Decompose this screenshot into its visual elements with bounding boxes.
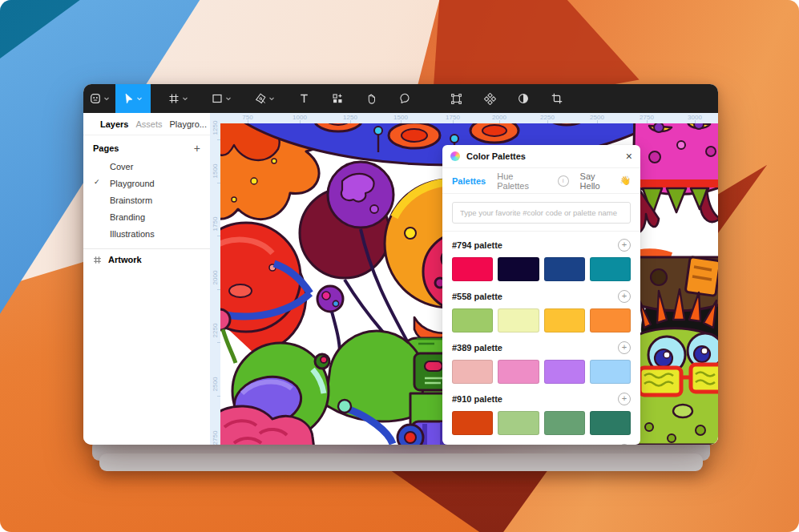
chevron-down-icon — [103, 95, 110, 102]
pages-header: Pages — [93, 143, 119, 153]
add-palette-button[interactable]: + — [618, 290, 631, 303]
ruler-tick — [300, 120, 301, 123]
crop-button[interactable] — [543, 84, 571, 113]
ruler-tick — [547, 120, 548, 123]
palette-list: #794 palette+#558 palette+#389 palette+#… — [442, 232, 640, 445]
color-swatch[interactable] — [590, 411, 631, 435]
color-swatch[interactable] — [590, 360, 631, 384]
page-label: Playground — [110, 179, 155, 188]
boolean-operations-button[interactable] — [476, 84, 503, 113]
hand-icon — [365, 93, 377, 104]
background-window-3[interactable] — [99, 453, 703, 471]
edit-object-icon — [450, 93, 462, 105]
swatch-row — [452, 411, 631, 435]
add-palette-button[interactable]: + — [618, 444, 631, 445]
page-item-branding[interactable]: Branding — [83, 208, 210, 225]
color-swatch[interactable] — [452, 308, 493, 332]
page-item-playground[interactable]: ✓Playground — [83, 175, 210, 191]
tab-say-hello[interactable]: Say Hello 👋 — [580, 171, 631, 191]
info-icon[interactable]: i — [558, 175, 569, 187]
layer-item-artwork[interactable]: Artwork — [83, 249, 210, 270]
plugin-title: Color Palettes — [466, 151, 526, 161]
ruler-tick — [401, 120, 402, 123]
screenshot-stage: Layers Assets Playgro... Pages + Cover✓P… — [0, 0, 799, 532]
ruler-number: 1750 — [212, 214, 219, 235]
vertical-ruler[interactable]: 1250150017502000225025002750 — [210, 113, 220, 445]
color-swatch[interactable] — [498, 257, 539, 281]
color-swatch[interactable] — [544, 308, 585, 332]
chevron-down-icon — [136, 95, 143, 102]
move-tool-button[interactable] — [115, 84, 151, 113]
horizontal-ruler[interactable]: 750100012501500175020002250250027503000 — [210, 113, 718, 123]
color-swatch[interactable] — [590, 257, 631, 281]
tab-hue-palettes[interactable]: Hue Palettes — [497, 171, 547, 191]
color-swatch[interactable] — [544, 411, 585, 435]
ruler-tick — [350, 120, 351, 123]
ruler-number: 2000 — [212, 268, 219, 288]
pages-scroll-fade — [83, 237, 210, 245]
page-label: Cover — [110, 162, 133, 171]
close-icon[interactable]: × — [626, 152, 632, 160]
figma-window: Layers Assets Playgro... Pages + Cover✓P… — [83, 84, 718, 445]
ruler-tick — [217, 289, 220, 290]
tab-palettes[interactable]: Palettes — [452, 176, 486, 186]
palette-name: #794 palette — [452, 240, 502, 250]
ruler-tick — [217, 183, 220, 183]
mask-button[interactable] — [510, 84, 537, 113]
plugin-icon — [450, 151, 460, 161]
tab-layers[interactable]: Layers — [100, 119, 128, 129]
rectangle-icon — [212, 93, 223, 104]
color-swatch[interactable] — [452, 360, 493, 384]
swatch-row — [452, 257, 631, 281]
color-swatch[interactable] — [452, 257, 493, 281]
chevron-down-icon — [225, 95, 232, 102]
color-swatch[interactable] — [498, 308, 539, 332]
check-icon: ✓ — [94, 178, 100, 186]
layer-label: Artwork — [108, 255, 142, 264]
color-swatch[interactable] — [498, 411, 539, 435]
ruler-number: 2750 — [212, 428, 219, 445]
palette-item-header: #558 palette+ — [452, 290, 631, 303]
tab-assets[interactable]: Assets — [135, 119, 162, 129]
pen-tool-button[interactable] — [245, 84, 284, 113]
palette-item: #558 palette+ — [442, 283, 640, 334]
palette-item: #794 palette+ — [442, 232, 640, 283]
palette-search-input[interactable] — [452, 202, 631, 224]
text-tool-button[interactable] — [290, 84, 317, 113]
palette-item-header: #389 palette+ — [452, 341, 631, 354]
ruler-tick — [499, 120, 500, 123]
main-menu-button[interactable] — [83, 84, 115, 113]
color-swatch[interactable] — [544, 360, 585, 384]
hand-tool-button[interactable] — [357, 84, 385, 113]
chevron-down-icon — [182, 95, 188, 102]
main-menu-icon — [90, 93, 101, 104]
add-page-button[interactable]: + — [194, 144, 200, 152]
add-palette-button[interactable]: + — [618, 341, 631, 354]
color-swatch[interactable] — [452, 411, 493, 435]
palette-item-header: #910 palette+ — [452, 393, 631, 405]
color-swatch[interactable] — [498, 360, 539, 384]
boolean-icon — [484, 93, 496, 105]
components-icon — [332, 93, 343, 104]
comment-tool-button[interactable] — [391, 84, 418, 113]
pages-list: Cover✓PlaygroundBrainstormBrandingIllust… — [83, 158, 210, 242]
canvas[interactable]: 750100012501500175020002250250027503000 … — [210, 113, 718, 445]
shape-tool-button[interactable] — [202, 84, 240, 113]
ruler-tick — [217, 396, 220, 397]
page-item-cover[interactable]: Cover — [83, 158, 210, 175]
color-swatch[interactable] — [544, 257, 585, 281]
crop-icon — [551, 93, 563, 104]
add-palette-button[interactable]: + — [618, 239, 631, 252]
wave-emoji: 👋 — [619, 175, 631, 186]
add-palette-button[interactable]: + — [618, 393, 631, 405]
resources-tool-button[interactable] — [324, 84, 351, 113]
page-item-brainstorm[interactable]: Brainstorm — [83, 191, 210, 208]
ruler-number: 2250 — [212, 320, 219, 341]
color-swatch[interactable] — [590, 308, 631, 332]
frame-tool-button[interactable] — [159, 84, 197, 113]
palette-item: #389 palette+ — [442, 334, 640, 385]
page-label: Branding — [110, 212, 145, 222]
swatch-row — [452, 360, 631, 384]
edit-object-button[interactable] — [442, 84, 470, 113]
text-icon — [299, 93, 309, 104]
